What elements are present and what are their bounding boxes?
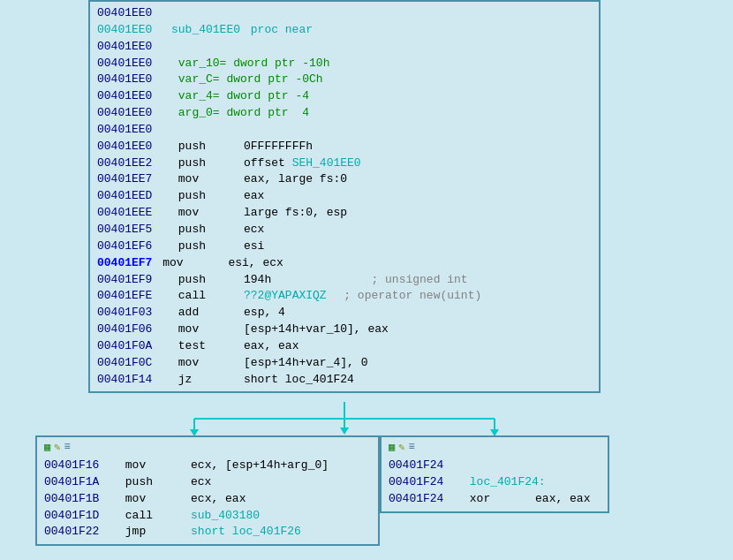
operand: esi	[209, 238, 264, 255]
graph-icon: ▦	[389, 441, 395, 454]
code-line: 00401F0A test eax, eax	[97, 338, 592, 355]
address: 00401F24	[389, 474, 459, 491]
mnemonic: add	[171, 305, 199, 322]
address: 00401F16	[44, 458, 115, 474]
address: 00401EE0	[97, 88, 168, 105]
variable: var_10= dword ptr -10h	[171, 56, 329, 72]
operand: offset SEH_401EE0	[209, 155, 361, 172]
pencil-icon: ✎	[398, 441, 404, 454]
code-line: 00401EE0	[97, 5, 592, 22]
address: 00401F14	[97, 372, 168, 389]
address: 00401EE7	[97, 171, 168, 188]
mnemonic: push	[171, 272, 206, 289]
operand: eax, eax	[494, 491, 590, 508]
mnemonic: mov	[171, 322, 199, 338]
code-line: 00401F1D call sub_403180	[44, 508, 371, 525]
code-line: 00401F24	[389, 458, 601, 474]
operand: 0FFFFFFFFh	[209, 139, 313, 155]
address: 00401EE2	[97, 155, 168, 172]
list-icon: ≡	[408, 441, 414, 454]
address: 00401EFE	[97, 288, 168, 305]
code-line: 00401EE0 sub_401EE0 proc near	[97, 22, 592, 39]
comment: ; operator new(uint)	[330, 288, 482, 305]
address: 00401EE0	[97, 5, 168, 22]
address: 00401EF5	[97, 222, 168, 238]
operand: esi, ecx	[187, 255, 283, 272]
address: 00401EE0	[97, 105, 168, 122]
address: 00401EE0	[97, 122, 168, 139]
address: 00401EE0	[97, 56, 168, 72]
mnemonic: mov	[118, 491, 146, 508]
operand: short loc_401F24	[195, 372, 353, 389]
variable: arg_0= dword ptr 4	[171, 105, 309, 122]
operand: esp, 4	[202, 305, 285, 322]
code-line: 00401EF7 mov esi, ecx	[97, 255, 592, 272]
code-line: 00401EF6 push esi	[97, 238, 592, 255]
mnemonic: sub_401EE0	[171, 22, 240, 39]
mnemonic: push	[171, 238, 206, 255]
mnemonic: test	[171, 338, 206, 355]
operand: short loc_401F26	[149, 524, 301, 541]
operand: ecx, eax	[149, 491, 246, 508]
mnemonic: mov	[171, 355, 199, 372]
block-titlebar: ▦ ✎ ≡	[389, 441, 601, 454]
pencil-icon: ✎	[54, 441, 60, 454]
operand: sub_403180	[156, 508, 260, 525]
address: 00401F22	[44, 524, 115, 541]
address: 00401EF9	[97, 272, 168, 289]
code-line: 00401EED push eax	[97, 188, 592, 205]
operand: eax, eax	[209, 338, 298, 355]
operand: ecx	[156, 474, 211, 491]
main-code-block: 00401EE0 00401EE0 sub_401EE0 proc near 0…	[88, 0, 601, 393]
address: 00401EED	[97, 188, 168, 205]
code-line: 00401EE0 var_10= dword ptr -10h	[97, 56, 592, 72]
code-line: 00401EE0 var_4= dword ptr -4	[97, 88, 592, 105]
address: 00401F0A	[97, 338, 168, 355]
svg-marker-1	[340, 428, 349, 435]
variable: var_4= dword ptr -4	[171, 88, 309, 105]
address: 00401EE0	[97, 139, 168, 155]
address: 00401EE0	[97, 22, 168, 39]
address: 00401F0C	[97, 355, 168, 372]
code-line: 00401EE0 var_C= dword ptr -0Ch	[97, 72, 592, 88]
code-line: 00401F22 jmp short loc_401F26	[44, 524, 371, 541]
address: 00401EF7	[97, 255, 152, 272]
label: loc_401F24:	[463, 474, 546, 491]
right-sub-block: ▦ ✎ ≡ 00401F24 00401F24 loc_401F24: 0040…	[380, 435, 609, 513]
address: 00401F24	[389, 458, 459, 474]
address: 00401F06	[97, 322, 168, 338]
operand: ??2@YAPAXIQZ	[209, 288, 327, 305]
address: 00401F03	[97, 305, 168, 322]
mnemonic: mov	[171, 171, 199, 188]
block-titlebar: ▦ ✎ ≡	[44, 441, 371, 454]
mnemonic: mov	[155, 255, 183, 272]
address: 00401EE0	[97, 72, 168, 88]
operand: [esp+14h+var_4], 0	[202, 355, 367, 372]
mnemonic: push	[171, 155, 206, 172]
code-line: 00401F0C mov [esp+14h+var_4], 0	[97, 355, 592, 372]
address: 00401F1B	[44, 491, 115, 508]
mnemonic: jmp	[118, 524, 146, 541]
operand: eax, large fs:0	[202, 171, 347, 188]
operand: proc near	[244, 22, 313, 39]
address: 00401F24	[389, 491, 459, 508]
code-line: 00401F24 loc_401F24:	[389, 474, 601, 491]
code-line: 00401EE7 mov eax, large fs:0	[97, 171, 592, 188]
mnemonic: mov	[171, 205, 199, 222]
code-line: 00401F03 add esp, 4	[97, 305, 592, 322]
code-line: 00401F24 xor eax, eax	[389, 491, 601, 508]
code-line: 00401EE0	[97, 39, 592, 56]
operand: [esp+14h+var_10], eax	[202, 322, 389, 338]
mnemonic: mov	[118, 458, 146, 474]
address: 00401EF6	[97, 238, 168, 255]
operand: 194h	[209, 272, 271, 289]
code-line: 00401EFE call ??2@YAPAXIQZ ; operator ne…	[97, 288, 592, 305]
code-line: 00401F14 jz short loc_401F24	[97, 372, 592, 389]
code-line: 00401F1B mov ecx, eax	[44, 491, 371, 508]
operand: large fs:0, esp	[202, 205, 347, 222]
left-sub-block: ▦ ✎ ≡ 00401F16 mov ecx, [esp+14h+arg_0] …	[35, 435, 380, 546]
mnemonic: push	[171, 222, 206, 238]
code-line: 00401EF5 push ecx	[97, 222, 592, 238]
code-line: 00401EE2 push offset SEH_401EE0	[97, 155, 592, 172]
graph-icon: ▦	[44, 441, 50, 454]
